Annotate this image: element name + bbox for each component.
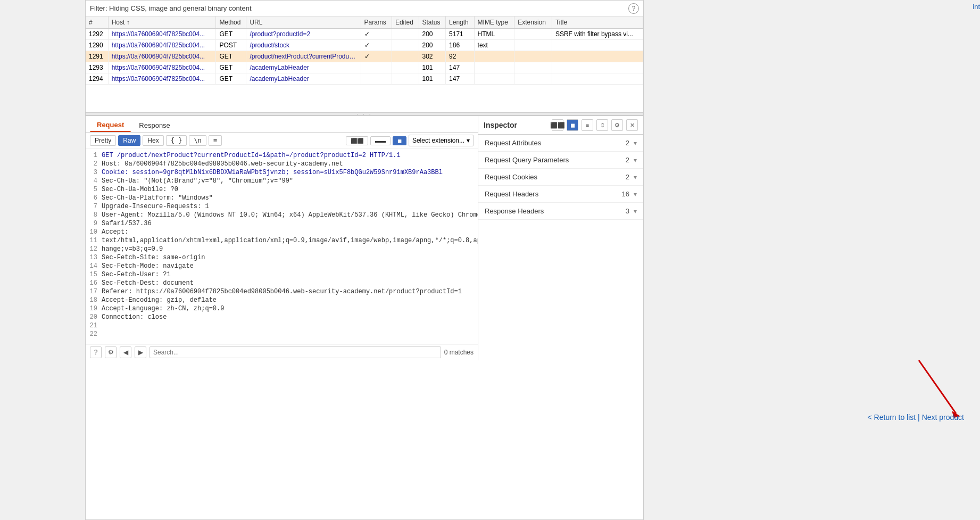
- btn-pretty[interactable]: Pretty: [90, 135, 116, 146]
- line-number: 17: [86, 287, 102, 296]
- inspector-view-2[interactable]: ◼: [567, 119, 578, 131]
- search-next-icon[interactable]: ▶: [135, 346, 146, 358]
- table-row[interactable]: 1294https://0a76006904f7825bc004...GET/a…: [86, 73, 643, 85]
- inspector-settings-icon[interactable]: ⚙: [611, 119, 623, 131]
- inspector-section-2[interactable]: Request Cookies2▾: [478, 169, 643, 186]
- help-icon[interactable]: ?: [628, 3, 639, 14]
- line-number: 5: [86, 185, 102, 194]
- code-line: 11text/html,application/xhtml+xml,applic…: [86, 236, 478, 245]
- code-line: 14Sec-Fetch-Mode: navigate: [86, 262, 478, 270]
- inspector-section-0[interactable]: Request Attributes2▾: [478, 135, 643, 152]
- inspector-sections: Request Attributes2▾Request Query Parame…: [478, 135, 643, 220]
- search-prev-icon[interactable]: ◀: [120, 346, 131, 358]
- code-line: 7Upgrade-Insecure-Requests: 1: [86, 202, 478, 211]
- col-header-extension[interactable]: Extension: [514, 16, 552, 29]
- col-header-mime[interactable]: MIME type: [474, 16, 514, 29]
- request-content: Request Response Pretty Raw Hex { } \n ≡…: [86, 116, 478, 360]
- inspector-section-label: Request Attributes: [485, 139, 626, 147]
- line-content: Accept-Encoding: gzip, deflate: [102, 296, 478, 304]
- table-row[interactable]: 1291https://0a76006904f7825bc004...GET/p…: [86, 51, 643, 62]
- col-header-edited[interactable]: Edited: [392, 16, 419, 29]
- req-resp-panel: Request Response Pretty Raw Hex { } \n ≡…: [86, 115, 643, 360]
- btn-view-1[interactable]: ⬛⬛: [346, 136, 368, 145]
- btn-newline[interactable]: \n: [189, 135, 206, 146]
- col-header-url[interactable]: URL: [246, 16, 361, 29]
- line-number: 6: [86, 194, 102, 202]
- filter-bar: Filter: Hiding CSS, image and general bi…: [86, 1, 643, 16]
- col-header-status[interactable]: Status: [419, 16, 446, 29]
- btn-menu[interactable]: ≡: [209, 135, 222, 146]
- code-line: 18Accept-Encoding: gzip, deflate: [86, 296, 478, 304]
- col-header-title[interactable]: Title: [552, 16, 643, 29]
- line-content: Upgrade-Insecure-Requests: 1: [102, 202, 478, 211]
- code-line: 20Connection: close: [86, 313, 478, 321]
- line-content: Safari/537.36: [102, 219, 478, 228]
- line-number: 8: [86, 211, 102, 219]
- chevron-down-icon: ▾: [634, 174, 637, 181]
- tab-request[interactable]: Request: [90, 118, 131, 132]
- inspector-section-1[interactable]: Request Query Parameters2▾: [478, 152, 643, 169]
- code-line: 13Sec-Fetch-Site: same-origin: [86, 253, 478, 262]
- inspector-section-4[interactable]: Response Headers3▾: [478, 203, 643, 220]
- code-line: 3Cookie: session=9gr8qtMlbNix6DBDXW1aRaW…: [86, 168, 478, 177]
- request-table: # Host ↑ Method URL Params Edited Status…: [86, 16, 643, 85]
- btn-view-3[interactable]: ◼: [393, 136, 406, 145]
- code-line: 9Safari/537.36: [86, 219, 478, 228]
- svg-line-0: [919, 360, 956, 414]
- line-number: 15: [86, 270, 102, 279]
- line-number: 14: [86, 262, 102, 270]
- line-content: [102, 330, 478, 339]
- line-content: Sec-Ch-Ua-Mobile: ?0: [102, 185, 478, 194]
- table-row[interactable]: 1292https://0a76006904f7825bc004...GET/p…: [86, 29, 643, 40]
- search-settings-icon[interactable]: ⚙: [105, 346, 117, 358]
- line-content: Sec-Ch-Ua: "(Not(A:Brand";v="8", "Chromi…: [102, 177, 478, 185]
- code-line: 15Sec-Fetch-User: ?1: [86, 270, 478, 279]
- line-number: 4: [86, 177, 102, 185]
- col-header-id: #: [86, 16, 108, 29]
- inspector-close-icon[interactable]: ✕: [626, 119, 638, 131]
- search-help-icon[interactable]: ?: [90, 346, 102, 358]
- btn-view-2[interactable]: ▬▬: [370, 136, 391, 145]
- code-line: 21: [86, 321, 478, 330]
- tabs-bar: Request Response: [86, 116, 478, 133]
- btn-raw[interactable]: Raw: [118, 135, 140, 146]
- col-header-params[interactable]: Params: [361, 16, 392, 29]
- chevron-down-icon: ▾: [467, 137, 470, 144]
- inspector-section-label: Request Cookies: [485, 173, 626, 181]
- inspector-expand-icon[interactable]: ⇕: [596, 119, 608, 131]
- search-matches: 0 matches: [444, 349, 474, 356]
- filter-text: Filter: Hiding CSS, image and general bi…: [90, 4, 252, 12]
- col-header-length[interactable]: Length: [446, 16, 474, 29]
- line-number: 22: [86, 330, 102, 339]
- btn-hex[interactable]: Hex: [143, 135, 163, 146]
- col-header-host[interactable]: Host ↑: [108, 16, 216, 29]
- inspector-view-1[interactable]: ⬛⬛: [552, 119, 563, 131]
- chevron-down-icon: ▾: [634, 139, 637, 147]
- code-line: 17Referer: https://0a76006904f7825bc004e…: [86, 287, 478, 296]
- inspector-section-count: 2: [626, 139, 629, 147]
- line-number: 12: [86, 245, 102, 253]
- btn-decode[interactable]: { }: [166, 135, 187, 146]
- code-line: 22: [86, 330, 478, 339]
- inspector-section-3[interactable]: Request Headers16▾: [478, 186, 643, 203]
- search-input[interactable]: [150, 346, 441, 358]
- code-line: 8User-Agent: Mozilla/5.0 (Windows NT 10.…: [86, 211, 478, 219]
- line-number: 2: [86, 160, 102, 168]
- select-extension[interactable]: Select extension... ▾: [409, 135, 474, 146]
- code-area[interactable]: 1GET /product/nextProduct?currentProduct…: [86, 149, 478, 344]
- table-row[interactable]: 1290https://0a76006904f7825bc004...POST/…: [86, 40, 643, 51]
- line-content: [102, 321, 478, 330]
- col-header-method[interactable]: Method: [216, 16, 246, 29]
- inspector-align-icon[interactable]: ≡: [582, 119, 593, 131]
- next-product-link[interactable]: Next product: [922, 413, 964, 422]
- chevron-down-icon: ▾: [634, 208, 637, 215]
- tab-response[interactable]: Response: [132, 119, 177, 132]
- line-number: 21: [86, 321, 102, 330]
- table-row[interactable]: 1293https://0a76006904f7825bc004...GET/a…: [86, 62, 643, 73]
- inspector-section-label: Request Headers: [485, 190, 622, 198]
- line-content: Accept:: [102, 228, 478, 236]
- search-bar: ? ⚙ ◀ ▶ 0 matches: [86, 344, 478, 360]
- line-number: 16: [86, 279, 102, 287]
- return-to-list-link[interactable]: < Return to list: [868, 413, 916, 422]
- code-line: 2Host: 0a76006904f7825bc004ed98005b0046.…: [86, 160, 478, 168]
